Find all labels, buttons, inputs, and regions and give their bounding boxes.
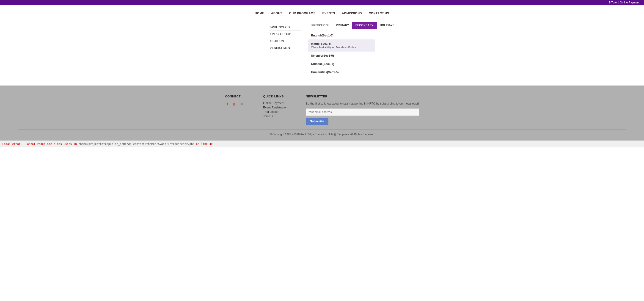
subject-maths[interactable]: Maths(Sec1-5) Class Availability on Mond… — [308, 40, 375, 52]
error-on-line: on line — [196, 142, 209, 146]
quicklink-event-registration[interactable]: Event Registration — [263, 106, 288, 109]
quicklink-join-us[interactable]: Join Us — [263, 114, 288, 118]
nav-about[interactable]: ABOUT — [271, 12, 282, 15]
subject-chinese[interactable]: Chinese(Sec1-5) — [308, 60, 375, 68]
tab-primary[interactable]: PRIMARY — [333, 22, 352, 29]
nav-contact-us[interactable]: CONTACT US — [369, 12, 389, 15]
subject-list: English(Sec1-5) Maths(Sec1-5) Class Avai… — [308, 32, 375, 76]
footer-inner: CONNECT f g+ ✉ QUICK LINKS Online Paymen… — [18, 95, 626, 125]
subject-english[interactable]: English(Sec1-5) — [308, 32, 375, 40]
footer-quicklinks: QUICK LINKS Online Payment Event Registr… — [263, 95, 288, 125]
quicklink-online-payment[interactable]: Online Payment — [263, 101, 288, 105]
facebook-icon[interactable]: f — [225, 101, 230, 106]
footer-connect: CONNECT f g+ ✉ — [225, 95, 245, 125]
online-payment-link[interactable]: Online Payment — [620, 1, 640, 4]
social-icons: f g+ ✉ — [225, 101, 245, 106]
subject-humanities[interactable]: Humanities(Sec1-5) — [308, 68, 375, 76]
footer-newsletter: NEWSLETTER Be the first to know about wh… — [306, 95, 419, 125]
footer: CONNECT f g+ ✉ QUICK LINKS Online Paymen… — [0, 86, 644, 140]
newsletter-heading: NEWSLETTER — [306, 95, 419, 98]
connect-heading: CONNECT — [225, 95, 245, 98]
error-path: /home/projectkrtc/public_html/wp-content… — [78, 142, 194, 146]
error-label: Fatal error — [2, 142, 20, 146]
sidebar-item-playgroup[interactable]: >PLAY GROUP — [269, 31, 301, 37]
subscribe-button[interactable]: Subscribe — [306, 118, 328, 125]
subject-science[interactable]: Science(Sec1-5) — [308, 52, 375, 60]
sidebar-item-preschool[interactable]: >PRE SCHOOL — [269, 24, 301, 30]
programs-section: >PRE SCHOOL >PLAY GROUP >TUITION >ENRICH… — [0, 20, 644, 86]
error-line-number: 49 — [209, 142, 212, 146]
footer-copyright: © Copyright 1988 - 2016 Kent Ridge Educa… — [18, 129, 626, 136]
tab-secondary[interactable]: SECONDARY — [352, 22, 377, 29]
quicklink-trial-lesson[interactable]: Trial Lesson — [263, 110, 288, 114]
nav-admissions[interactable]: ADMISSIONS — [342, 12, 362, 15]
programs-tabs: PRESCHOOL PRIMARY SECONDARY HOLIDAYS — [308, 22, 375, 29]
nav-home[interactable]: HOME — [255, 12, 264, 15]
newsletter-description: Be the first to know about what's happen… — [306, 101, 419, 106]
googleplus-icon[interactable]: g+ — [232, 101, 238, 106]
tab-preschool[interactable]: PRESCHOOL — [308, 22, 333, 29]
programs-sidebar: >PRE SCHOOL >PLAY GROUP >TUITION >ENRICH… — [269, 24, 301, 76]
etutor-label[interactable]: E-Tutor — [608, 1, 618, 4]
sidebar-item-tuition[interactable]: >TUITION — [269, 38, 301, 44]
email-icon[interactable]: ✉ — [240, 101, 245, 106]
newsletter-email-input[interactable] — [306, 108, 419, 116]
copyright-text: © Copyright 1988 - 2016 Kent Ridge Educa… — [270, 133, 374, 136]
top-bar: E-Tutor | Online Payment — [0, 0, 644, 5]
sidebar-item-enrichment[interactable]: >ENRICHMENT — [269, 45, 301, 51]
error-message: : Cannot redeclare class Users in — [22, 142, 78, 146]
tab-holidays[interactable]: HOLIDAYS — [377, 22, 398, 29]
quicklinks-heading: QUICK LINKS — [263, 95, 288, 98]
nav-our-programs[interactable]: OUR PROGRAMS — [289, 12, 316, 15]
nav-events[interactable]: EVENTS — [322, 12, 335, 15]
error-bar: Fatal error : Cannot redeclare class Use… — [0, 140, 644, 148]
main-nav: HOME ABOUT OUR PROGRAMS EVENTS ADMISSION… — [0, 5, 644, 20]
programs-content: PRESCHOOL PRIMARY SECONDARY HOLIDAYS Eng… — [308, 22, 375, 76]
